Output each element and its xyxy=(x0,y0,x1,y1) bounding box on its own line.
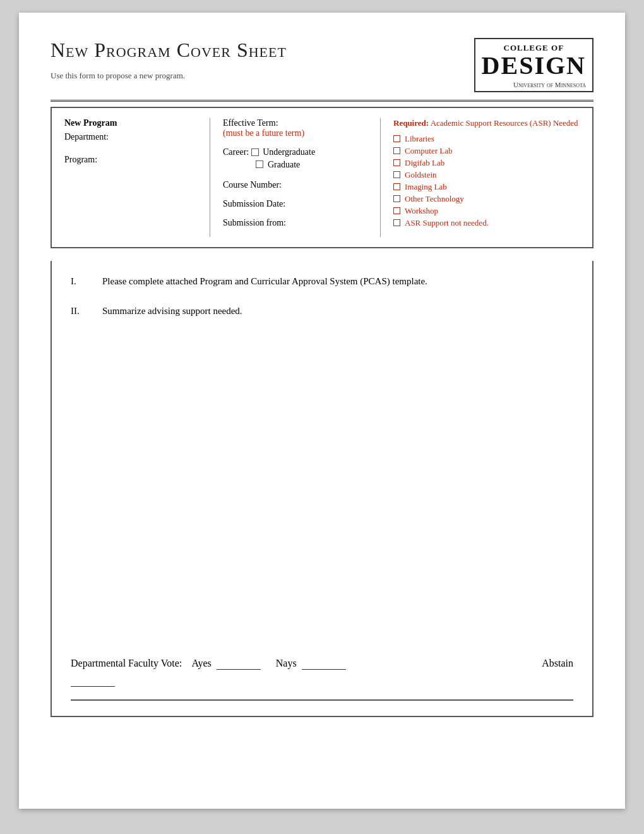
workshop-checkbox[interactable] xyxy=(393,207,400,214)
university-name: University of Minnesota xyxy=(482,81,586,88)
body-inner: I. Please complete attached Program and … xyxy=(52,261,592,716)
submission-from-label: Submission from: xyxy=(223,218,367,228)
asr-digifab-lab[interactable]: Digifab Lab xyxy=(393,158,580,168)
libraries-checkbox[interactable] xyxy=(393,135,400,142)
vote-section: Departmental Faculty Vote: Ayes Nays Abs… xyxy=(71,658,573,687)
department-label: Department: xyxy=(64,132,197,142)
goldstein-checkbox[interactable] xyxy=(393,171,400,178)
form-col-left: New Program Department: Program: xyxy=(64,118,210,237)
not-needed-checkbox[interactable] xyxy=(393,219,400,226)
design-text: DESIGN xyxy=(482,53,586,78)
form-section: New Program Department: Program: Effecti… xyxy=(51,107,593,248)
effective-term-label: Effective Term: (must be a future term) xyxy=(223,118,367,138)
career-row: Career: Undergraduate Graduate xyxy=(223,147,367,171)
form-col-right: Required: Academic Support Resources (AS… xyxy=(380,118,580,237)
page: New Program Cover Sheet Use this form to… xyxy=(19,13,625,809)
new-program-label: New Program xyxy=(64,118,197,128)
not-needed-label: ASR Support not needed. xyxy=(405,218,489,228)
item-2-num: II. xyxy=(71,306,90,317)
workshop-label: Workshop xyxy=(405,206,438,216)
digifab-lab-checkbox[interactable] xyxy=(393,159,400,166)
asr-computer-lab[interactable]: Computer Lab xyxy=(393,146,580,156)
asr-header-text: Academic Support Resources (ASR) Needed xyxy=(431,118,578,128)
digifab-lab-label: Digifab Lab xyxy=(405,158,444,168)
main-title: New Program Cover Sheet xyxy=(51,38,474,62)
spacer xyxy=(71,335,573,658)
course-number-label: Course Number: xyxy=(223,180,367,190)
item-1-num: I. xyxy=(71,276,90,287)
libraries-label: Libraries xyxy=(405,134,434,144)
program-label: Program: xyxy=(64,155,197,165)
ayes-label: Ayes xyxy=(191,658,211,668)
imaging-lab-label: Imaging Lab xyxy=(405,182,447,192)
asr-list: Libraries Computer Lab Digifab Lab Golds… xyxy=(393,134,580,228)
asr-workshop[interactable]: Workshop xyxy=(393,206,580,216)
submission-date-label: Submission Date: xyxy=(223,199,367,209)
abstain-section: Abstain xyxy=(542,658,573,669)
item-1: I. Please complete attached Program and … xyxy=(71,276,573,287)
other-technology-label: Other Technology xyxy=(405,194,464,204)
nays-label: Nays xyxy=(276,658,297,668)
asr-other-technology[interactable]: Other Technology xyxy=(393,194,580,204)
asr-not-needed[interactable]: ASR Support not needed. xyxy=(393,218,580,228)
imaging-lab-checkbox[interactable] xyxy=(393,183,400,190)
abstain-label: Abstain xyxy=(542,658,573,668)
graduate-label: Graduate xyxy=(268,160,300,170)
item-2-text: Summarize advising support needed. xyxy=(102,306,573,317)
goldstein-label: Goldstein xyxy=(405,170,437,180)
subtitle: Use this form to propose a new program. xyxy=(51,71,474,81)
vote-line: Departmental Faculty Vote: Ayes Nays Abs… xyxy=(71,658,573,670)
graduate-checkbox[interactable] xyxy=(256,160,263,168)
computer-lab-checkbox[interactable] xyxy=(393,147,400,154)
required-label: Required: Academic Support Resources (AS… xyxy=(393,118,580,129)
other-technology-checkbox[interactable] xyxy=(393,195,400,202)
item-2: II. Summarize advising support needed. xyxy=(71,306,573,317)
asr-goldstein[interactable]: Goldstein xyxy=(393,170,580,180)
required-bold: Required: xyxy=(393,118,429,128)
vote-label: Departmental Faculty Vote: Ayes Nays xyxy=(71,658,346,670)
asr-imaging-lab[interactable]: Imaging Lab xyxy=(393,182,580,192)
header: New Program Cover Sheet Use this form to… xyxy=(51,38,593,102)
computer-lab-label: Computer Lab xyxy=(405,146,452,156)
undergraduate-checkbox[interactable] xyxy=(251,148,259,156)
header-left: New Program Cover Sheet Use this form to… xyxy=(51,38,474,81)
effective-term-note: (must be a future term) xyxy=(223,128,304,138)
logo-box: COLLEGE OF DESIGN University of Minnesot… xyxy=(474,38,593,92)
item-1-text: Please complete attached Program and Cur… xyxy=(102,276,573,287)
form-col-middle: Effective Term: (must be a future term) … xyxy=(210,118,380,237)
undergraduate-label: Undergraduate xyxy=(263,147,315,157)
bottom-line xyxy=(71,699,573,701)
asr-libraries[interactable]: Libraries xyxy=(393,134,580,144)
body-wrapper: I. Please complete attached Program and … xyxy=(51,261,593,717)
